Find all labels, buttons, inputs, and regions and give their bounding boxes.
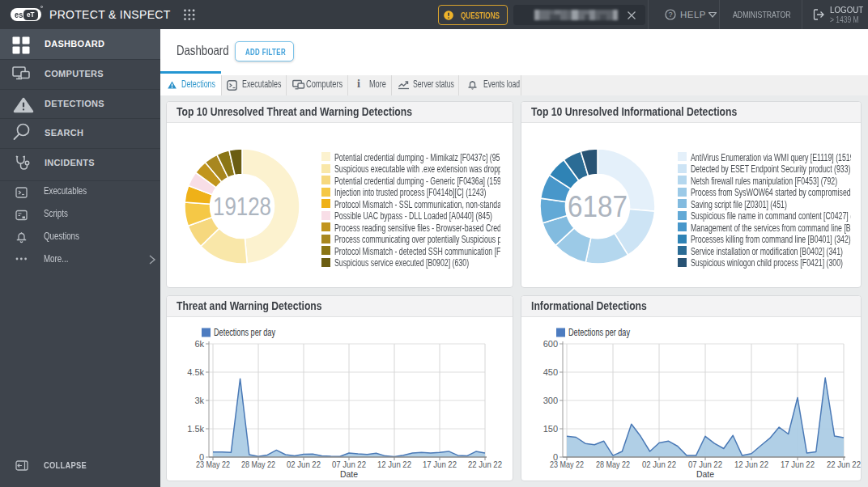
svg-text:22 Jun 22: 22 Jun 22	[827, 459, 861, 469]
svg-text:02 Jun 22: 02 Jun 22	[287, 459, 321, 469]
svg-text:3k: 3k	[194, 396, 204, 405]
svg-text:1.5k: 1.5k	[187, 424, 204, 434]
svg-text:23 May 22: 23 May 22	[550, 459, 584, 469]
svg-text:300: 300	[543, 396, 558, 405]
svg-text:4.5k: 4.5k	[187, 367, 204, 377]
svg-text:23 May 22: 23 May 22	[196, 459, 230, 469]
svg-text:12 Jun 22: 12 Jun 22	[734, 459, 768, 469]
svg-text:6k: 6k	[194, 339, 204, 349]
svg-text:19128: 19128	[213, 192, 271, 221]
svg-text:12 Jun 22: 12 Jun 22	[377, 459, 411, 469]
svg-text:28 May 22: 28 May 22	[596, 459, 630, 469]
svg-text:Date: Date	[340, 469, 358, 479]
svg-text:600: 600	[543, 339, 558, 349]
svg-text:22 Jun 22: 22 Jun 22	[468, 459, 502, 469]
svg-text:6187: 6187	[568, 190, 628, 223]
svg-text:07 Jun 22: 07 Jun 22	[332, 459, 366, 469]
svg-text:02 Jun 22: 02 Jun 22	[642, 459, 676, 469]
svg-text:Detections per day: Detections per day	[214, 327, 275, 338]
svg-text:?: ?	[668, 11, 672, 19]
svg-text:Date: Date	[696, 469, 714, 479]
svg-text:17 Jun 22: 17 Jun 22	[781, 459, 815, 469]
svg-text:07 Jun 22: 07 Jun 22	[688, 459, 722, 469]
svg-text:28 May 22: 28 May 22	[241, 459, 275, 469]
svg-text:Detections per day: Detections per day	[568, 327, 630, 338]
svg-text:450: 450	[543, 367, 558, 377]
svg-text:17 Jun 22: 17 Jun 22	[423, 459, 457, 469]
svg-text:150: 150	[543, 424, 558, 434]
